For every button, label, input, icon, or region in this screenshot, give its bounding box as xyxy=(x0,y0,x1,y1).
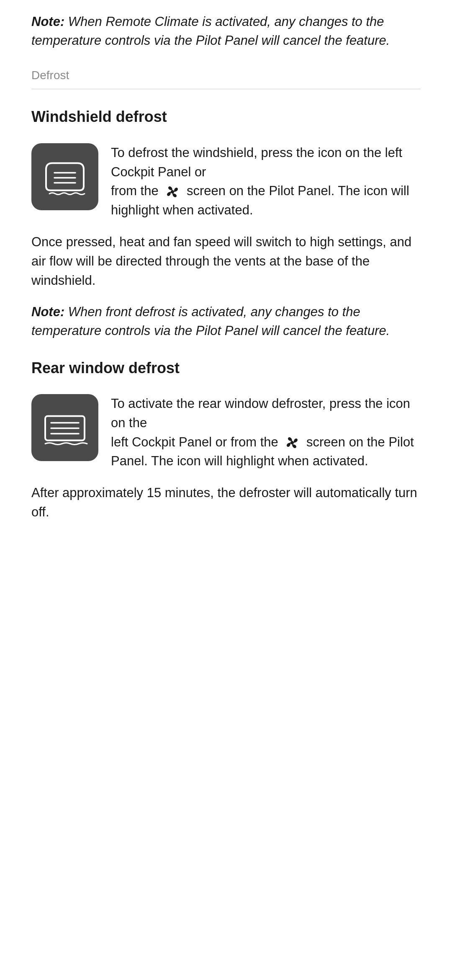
svg-point-3 xyxy=(171,190,174,193)
windshield-icon-svg xyxy=(42,156,88,198)
rear-desc-1: To activate the rear window defroster, p… xyxy=(111,396,410,430)
top-note: Note: When Remote Climate is activated, … xyxy=(31,13,421,50)
section-divider xyxy=(31,89,421,89)
rear-desc-2: left Cockpit Panel or from the xyxy=(111,435,278,449)
windshield-defrost-icon xyxy=(31,143,98,210)
top-note-label: Note: xyxy=(31,14,64,29)
rear-icon-svg xyxy=(42,407,88,449)
rear-body: After approximately 15 minutes, the defr… xyxy=(31,483,421,522)
rear-icon-description: To activate the rear window defroster, p… xyxy=(111,394,421,471)
fan-icon-rear xyxy=(283,434,301,451)
windshield-body: Once pressed, heat and fan speed will sw… xyxy=(31,232,421,290)
windshield-note-text: When front defrost is activated, any cha… xyxy=(31,304,390,338)
fan-icon-windshield xyxy=(164,183,181,201)
windshield-heading: Windshield defrost xyxy=(31,106,421,128)
windshield-note: Note: When front defrost is activated, a… xyxy=(31,303,421,340)
windshield-section: Windshield defrost To defrost the windsh… xyxy=(31,106,421,340)
page-container: Note: When Remote Climate is activated, … xyxy=(0,0,452,568)
rear-section: Rear window defrost To activate the rear… xyxy=(31,357,421,522)
windshield-icon-block: To defrost the windshield, press the ico… xyxy=(31,143,421,220)
windshield-desc-1: To defrost the windshield, press the ico… xyxy=(111,145,402,179)
windshield-note-label: Note: xyxy=(31,304,64,319)
section-label: Defrost xyxy=(31,67,421,84)
windshield-icon-description: To defrost the windshield, press the ico… xyxy=(111,143,421,220)
svg-point-8 xyxy=(290,441,294,444)
windshield-from-the: from the xyxy=(111,183,159,198)
rear-heading: Rear window defrost xyxy=(31,357,421,379)
rear-icon-block: To activate the rear window defroster, p… xyxy=(31,394,421,471)
top-note-text: When Remote Climate is activated, any ch… xyxy=(31,14,390,48)
rear-defrost-icon xyxy=(31,394,98,461)
